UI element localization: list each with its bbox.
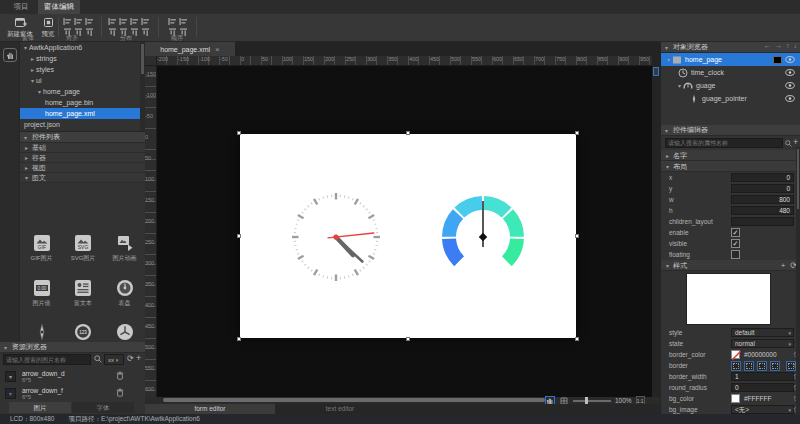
tree-item-home_page.xml[interactable]: home_page.xml <box>20 108 145 119</box>
visibility-eye-icon[interactable] <box>785 69 795 76</box>
widget-GIF图片[interactable]: GIFGIF图片 <box>21 234 62 263</box>
prop-value-x[interactable]: 0 <box>731 173 794 182</box>
color-swatch-bg_color[interactable] <box>731 394 740 403</box>
object-browser-header[interactable]: ▾ 对象浏览器 ←→↑↓ <box>661 42 800 53</box>
align-icon[interactable] <box>63 28 72 37</box>
resource-item-arrow_down_d[interactable]: ▾arrow_down_d6*5 <box>2 368 142 384</box>
tree-item-styles[interactable]: ▸styles <box>20 64 145 75</box>
border-mode-button[interactable] <box>770 361 780 371</box>
resource-tab-图片[interactable]: 图片 <box>9 402 71 413</box>
order-icon[interactable] <box>168 28 177 37</box>
tree-item-home_page[interactable]: ▾home_page <box>20 86 145 97</box>
selection-handle[interactable] <box>575 131 579 135</box>
widget-图片动画[interactable]: 图片动画 <box>104 234 145 263</box>
distribute-icon[interactable] <box>130 28 139 37</box>
align-icon[interactable] <box>85 17 94 26</box>
design-canvas-window[interactable] <box>240 134 576 338</box>
tree-item-ui[interactable]: ▾ui <box>20 75 145 86</box>
prop-value-round_radius[interactable]: 0 <box>731 383 794 392</box>
select-bg_image[interactable]: <无>▾ <box>731 405 794 414</box>
resource-filter-select[interactable]: xx ▾ <box>104 354 124 365</box>
widget-category-视图[interactable]: ▸ 视图 <box>20 163 145 173</box>
order-icon[interactable] <box>179 28 188 37</box>
widget-图片值[interactable]: 0.00图片值 <box>21 279 62 308</box>
visibility-eye-icon[interactable] <box>785 82 795 89</box>
border-mode-button[interactable] <box>757 361 767 371</box>
distribute-icon[interactable] <box>141 17 150 26</box>
align-icon[interactable] <box>74 17 83 26</box>
distribute-icon[interactable] <box>108 28 117 37</box>
widget-表盘[interactable]: 表盘 <box>104 279 145 308</box>
add-property-icon[interactable]: + <box>793 137 798 147</box>
align-icon[interactable] <box>85 28 94 37</box>
selection-handle[interactable] <box>237 131 241 135</box>
design-viewport[interactable] <box>157 66 652 397</box>
prop-value-y[interactable]: 0 <box>731 184 794 193</box>
color-swatch-border_color[interactable] <box>731 350 740 359</box>
tree-item-AwtkApplication6[interactable]: ▾AwtkApplication6 <box>20 42 145 53</box>
editor-tab-text-editor[interactable]: text editor <box>275 404 405 414</box>
widget-category-基础[interactable]: ▸ 基础 <box>20 143 145 153</box>
delete-resource-icon[interactable] <box>116 388 124 397</box>
order-icon[interactable] <box>179 17 188 26</box>
widget-富文本[interactable]: 富文本 <box>63 279 104 308</box>
resource-item-arrow_down_f[interactable]: ▾arrow_down_f6*5 <box>2 385 142 401</box>
select-state[interactable]: normal▾ <box>731 339 794 348</box>
object-node-home_page[interactable]: ▾home_page <box>661 53 800 66</box>
menu-tab-form-edit[interactable]: 窗体编辑 <box>38 0 80 14</box>
property-search-input[interactable] <box>665 138 783 148</box>
widget-editor-header[interactable]: ▾ 控件编辑器 <box>661 125 800 136</box>
prop-value-h[interactable]: 480 <box>731 206 794 215</box>
close-tab-icon[interactable]: × <box>215 45 220 54</box>
widget-模拟时钟[interactable]: 模拟时钟 <box>104 323 145 342</box>
down-icon[interactable]: ↓ <box>794 42 798 49</box>
widget-SVG图片[interactable]: SVGSVG图片 <box>63 234 104 263</box>
tree-item-strings[interactable]: ▸strings <box>20 53 145 64</box>
visibility-eye-icon[interactable] <box>785 95 795 102</box>
widget-category-图文[interactable]: ▾ 图文 <box>20 173 145 183</box>
checkbox-visible[interactable]: ✓ <box>731 239 740 248</box>
border-mode-button[interactable] <box>744 361 754 371</box>
tree-item-home_page.bin[interactable]: home_page.bin <box>20 97 145 108</box>
prop-value-border_width[interactable]: 1 <box>731 372 794 381</box>
editor-tab-form-editor[interactable]: form editor <box>145 404 275 414</box>
visibility-eye-icon[interactable] <box>785 56 795 63</box>
up-icon[interactable]: ↑ <box>786 42 790 49</box>
object-node-time_clock[interactable]: time_clock <box>661 66 800 79</box>
selection-handle[interactable] <box>237 234 241 238</box>
tree-item-project.json[interactable]: project.json <box>20 119 145 130</box>
selection-handle[interactable] <box>406 337 410 341</box>
order-icon[interactable] <box>168 17 177 26</box>
document-tab[interactable]: home_page.xml × <box>145 42 235 56</box>
widget-list-header[interactable]: ▾ 控件列表 <box>20 132 145 143</box>
resource-search-input[interactable] <box>3 354 91 365</box>
object-node-guage[interactable]: ▾guage <box>661 79 800 92</box>
selection-handle[interactable] <box>406 131 410 135</box>
distribute-icon[interactable] <box>130 17 139 26</box>
object-node-guage_pointer[interactable]: guage_pointer <box>661 92 800 105</box>
distribute-icon[interactable] <box>119 17 128 26</box>
distribute-icon[interactable] <box>108 17 117 26</box>
distribute-icon[interactable] <box>141 28 150 37</box>
vertical-scrollbar[interactable] <box>652 66 660 397</box>
forward-icon[interactable]: → <box>775 42 782 49</box>
prop-value-w[interactable]: 800 <box>731 195 794 204</box>
selection-handle[interactable] <box>575 337 579 341</box>
selection-handle[interactable] <box>237 337 241 341</box>
resource-tab-字体[interactable]: 字体 <box>72 402 134 413</box>
widget-category-容器[interactable]: ▸ 容器 <box>20 153 145 163</box>
distribute-icon[interactable] <box>119 28 128 37</box>
refresh-icon[interactable]: ⟳ <box>127 354 134 363</box>
menu-tab-project[interactable]: 项目 <box>7 0 35 14</box>
widget-表盘指针[interactable]: 表盘指针 <box>21 323 62 342</box>
checkbox-floating[interactable] <box>731 250 740 259</box>
horizontal-scrollbar-thumb[interactable] <box>163 398 545 402</box>
selection-handle[interactable] <box>575 234 579 238</box>
add-style-icon[interactable]: + <box>781 260 786 271</box>
widget-环形进度条[interactable]: 123环形进度条 <box>63 323 104 342</box>
gauge-widget[interactable] <box>438 192 528 282</box>
align-icon[interactable] <box>63 17 72 26</box>
align-icon[interactable] <box>74 28 83 37</box>
hand-select-tool[interactable] <box>3 48 17 62</box>
prop-value-children_layout[interactable] <box>731 217 794 226</box>
